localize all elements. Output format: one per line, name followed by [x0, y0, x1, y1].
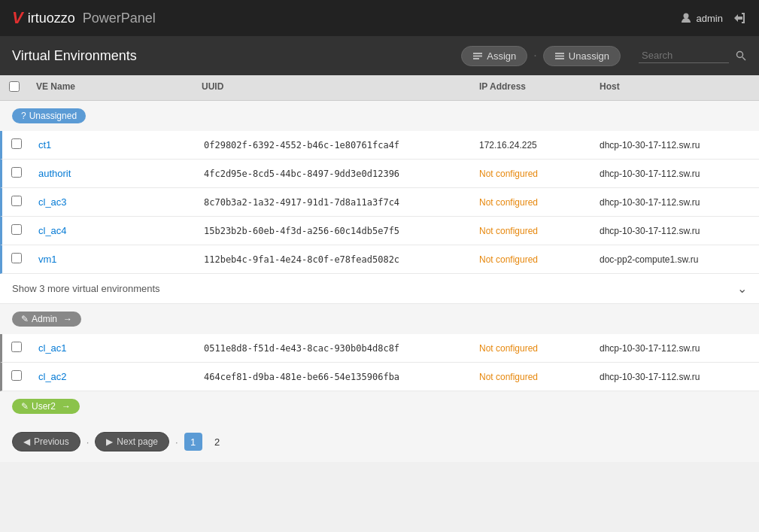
- show-more-button[interactable]: Show 3 more virtual environments ⌄: [0, 274, 759, 304]
- previous-button[interactable]: ◀ Previous: [12, 432, 80, 451]
- ve-uuid: 4fc2d95e-8cd5-44bc-8497-9dd3e0d12396: [204, 169, 479, 179]
- next-page-label: Next page: [117, 436, 158, 447]
- brand-name-italic: irtuozzo: [28, 11, 75, 26]
- user2-label: User2: [32, 401, 56, 412]
- user-icon: [680, 12, 692, 24]
- ve-uuid: 0511e8d8-f51d-4e43-8cac-930b0b4d8c8f: [204, 343, 479, 354]
- ve-name-link[interactable]: cl_ac2: [38, 371, 204, 382]
- unassigned-badge: ? Unassigned: [12, 108, 86, 123]
- row-checkbox[interactable]: [11, 138, 22, 149]
- ve-host: dhcp-10-30-17-112.sw.ru: [600, 226, 750, 236]
- svg-rect-1: [473, 53, 482, 54]
- pagination-separator: ·: [87, 436, 90, 448]
- table-row: vm1 112beb4c-9fa1-4e24-8c0f-e78fead5082c…: [0, 245, 759, 274]
- svg-line-8: [742, 57, 745, 60]
- brand-logo: V irtuozzo PowerPanel: [12, 8, 156, 28]
- select-all-checkbox[interactable]: [9, 81, 20, 92]
- ve-ip-not-configured: Not configured: [479, 372, 600, 382]
- next-page-button[interactable]: ▶ Next page: [95, 432, 169, 451]
- row-checkbox[interactable]: [11, 224, 22, 235]
- admin-arrow-icon: →: [63, 314, 72, 324]
- ve-host: dhcp-10-30-17-112.sw.ru: [600, 372, 750, 382]
- table-row: cl_ac1 0511e8d8-f51d-4e43-8cac-930b0b4d8…: [0, 334, 759, 363]
- ve-name-link[interactable]: authorit: [38, 168, 204, 179]
- search-icon: [735, 50, 747, 62]
- assign-icon: [472, 50, 483, 61]
- ve-host: dhcp-10-30-17-112.sw.ru: [600, 140, 750, 150]
- show-more-text: Show 3 more virtual environments: [12, 283, 160, 294]
- ve-ip-not-configured: Not configured: [479, 343, 600, 354]
- ve-uuid: 15b23b2b-60eb-4f3d-a256-60c14db5e7f5: [204, 226, 479, 236]
- header-host: Host: [600, 81, 750, 94]
- ve-uuid: 0f29802f-6392-4552-b46c-1e80761fca4f: [204, 140, 479, 150]
- ve-host: dhcp-10-30-17-112.sw.ru: [600, 169, 750, 179]
- row-checkbox[interactable]: [11, 342, 22, 352]
- table-row: authorit 4fc2d95e-8cd5-44bc-8497-9dd3e0d…: [0, 160, 759, 188]
- action-buttons: Assign · Unassign: [461, 46, 621, 66]
- admin-user-icon: ✎: [21, 314, 29, 324]
- svg-rect-5: [555, 56, 564, 57]
- header-ve-name: VE Name: [36, 81, 202, 94]
- group-admin-label: ✎ Admin →: [0, 304, 759, 334]
- logout-icon: [732, 11, 747, 26]
- unassigned-label: Unassigned: [29, 111, 77, 121]
- ve-host: doc-pp2-compute1.sw.ru: [600, 254, 750, 265]
- table-row: cl_ac2 464cef81-d9ba-481e-be66-54e135906…: [0, 363, 759, 391]
- ve-ip-not-configured: Not configured: [479, 169, 600, 179]
- page-title: Virtual Environments: [12, 48, 137, 64]
- admin-label: Admin: [32, 314, 57, 324]
- group-unassigned-label: ? Unassigned: [0, 101, 759, 131]
- button-separator: ·: [533, 49, 536, 62]
- admin-badge: ✎ Admin →: [12, 312, 81, 327]
- pagination: ◀ Previous · ▶ Next page · 1 2: [0, 421, 759, 462]
- row-checkbox[interactable]: [11, 167, 22, 178]
- unassign-button[interactable]: Unassign: [543, 46, 621, 66]
- row-checkbox[interactable]: [11, 253, 22, 263]
- prev-icon: ◀: [23, 436, 30, 447]
- search-input[interactable]: [639, 48, 729, 63]
- ve-host: dhcp-10-30-17-112.sw.ru: [600, 197, 750, 208]
- logout-button[interactable]: [732, 11, 747, 26]
- user2-icon: ✎: [21, 401, 29, 412]
- svg-rect-3: [473, 58, 479, 59]
- ve-name-link[interactable]: cl_ac1: [38, 342, 204, 354]
- search-area: [639, 48, 747, 63]
- table-row: ct1 0f29802f-6392-4552-b46c-1e80761fca4f…: [0, 131, 759, 160]
- ve-host: dhcp-10-30-17-112.sw.ru: [600, 343, 750, 354]
- next-icon: ▶: [106, 436, 113, 447]
- user-info: admin: [680, 12, 723, 24]
- brand-product: PowerPanel: [83, 11, 156, 26]
- table-row: cl_ac3 8c70b3a2-1a32-4917-91d1-7d8a11a3f…: [0, 188, 759, 217]
- page-1-button[interactable]: 1: [184, 433, 202, 451]
- ve-ip-not-configured: Not configured: [479, 197, 600, 208]
- row-checkbox[interactable]: [11, 370, 22, 381]
- assign-button[interactable]: Assign: [461, 46, 527, 66]
- row-checkbox[interactable]: [11, 196, 22, 206]
- brand-v-letter: V: [12, 8, 23, 28]
- page-2-button[interactable]: 2: [208, 433, 226, 451]
- pagination-separator-2: ·: [175, 436, 178, 448]
- main-content: VE Name UUID IP Address Host ? Unassigne…: [0, 75, 759, 462]
- sub-header: Virtual Environments Assign · Unassign: [0, 36, 759, 75]
- ve-name-link[interactable]: ct1: [38, 139, 204, 150]
- ve-ip-not-configured: Not configured: [479, 226, 600, 236]
- chevron-down-icon: ⌄: [737, 281, 747, 296]
- user2-arrow-icon: →: [62, 401, 71, 412]
- svg-rect-4: [555, 53, 564, 54]
- previous-label: Previous: [34, 436, 69, 447]
- header-uuid: UUID: [202, 81, 479, 94]
- table-header: VE Name UUID IP Address Host: [0, 75, 759, 101]
- ve-uuid: 8c70b3a2-1a32-4917-91d1-7d8a11a3f7c4: [204, 197, 479, 208]
- ve-name-link[interactable]: cl_ac3: [38, 196, 204, 208]
- ve-ip-not-configured: Not configured: [479, 254, 600, 265]
- ve-name-link[interactable]: vm1: [38, 254, 204, 265]
- svg-point-0: [683, 14, 688, 19]
- group-user2-label: ✎ User2 →: [0, 391, 759, 421]
- top-navigation: V irtuozzo PowerPanel admin: [0, 0, 759, 36]
- top-nav-right: admin: [680, 11, 747, 26]
- header-checkbox-col: [9, 81, 36, 94]
- username-label: admin: [697, 13, 723, 24]
- header-ip: IP Address: [479, 81, 600, 94]
- ve-uuid: 112beb4c-9fa1-4e24-8c0f-e78fead5082c: [204, 254, 479, 265]
- ve-name-link[interactable]: cl_ac4: [38, 225, 204, 236]
